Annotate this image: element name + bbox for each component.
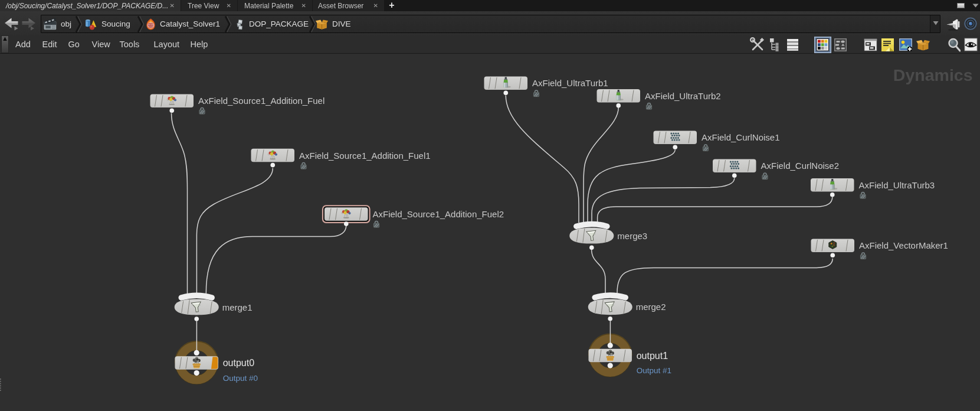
svg-text:AxField_Source1_Addition_Fuel1: AxField_Source1_Addition_Fuel1 (299, 151, 431, 161)
svg-text:AxField_UltraTurb3: AxField_UltraTurb3 (859, 180, 935, 190)
svg-text:AxField_UltraTurb1: AxField_UltraTurb1 (532, 78, 608, 88)
svg-text:merge2: merge2 (636, 302, 666, 312)
svg-text:AxField_CurlNoise1: AxField_CurlNoise1 (702, 132, 780, 142)
svg-text:merge1: merge1 (222, 302, 253, 312)
svg-text:Output #1: Output #1 (637, 366, 671, 375)
svg-text:output1: output1 (637, 351, 668, 361)
svg-text:AxField_VectorMaker1: AxField_VectorMaker1 (859, 240, 948, 250)
svg-text:AxField_CurlNoise2: AxField_CurlNoise2 (761, 161, 840, 171)
svg-text:merge3: merge3 (617, 231, 647, 241)
svg-text:output0: output0 (223, 358, 254, 368)
svg-text:AxField_Source1_Addition_Fuel: AxField_Source1_Addition_Fuel (198, 96, 325, 106)
svg-text:AxField_Source1_Addition_Fuel2: AxField_Source1_Addition_Fuel2 (373, 209, 504, 219)
svg-text:Dynamics: Dynamics (893, 66, 973, 84)
svg-text:AxField_UltraTurb2: AxField_UltraTurb2 (645, 91, 721, 101)
svg-text:Output #0: Output #0 (223, 374, 258, 383)
